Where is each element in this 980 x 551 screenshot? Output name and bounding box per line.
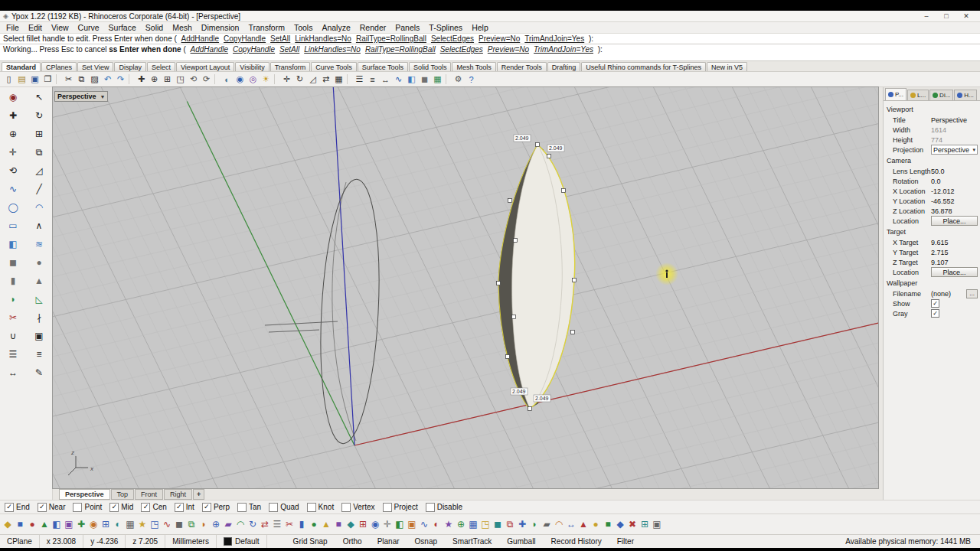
surface-tools-icon[interactable]: ◧ [405,73,418,86]
tool-icon[interactable]: ✚ [516,517,528,532]
tool-icon[interactable]: ▦ [467,517,479,532]
line-icon[interactable]: ╱ [28,181,51,197]
copy-clipboard-icon[interactable]: ⧉ [75,73,88,86]
toolbar-tab-curve-tools[interactable]: Curve Tools [311,62,356,71]
undo-view-icon[interactable]: ⟲ [187,73,200,86]
print-icon[interactable]: ❐ [41,73,54,86]
tool-icon[interactable]: ✚ [75,517,87,532]
tool-icon[interactable]: ▣ [406,517,418,532]
toolbar-tab-standard[interactable]: Standard [2,62,41,71]
toolbar-tab-visibility[interactable]: Visibility [235,62,269,71]
rectangle-icon[interactable]: ▭ [2,217,24,234]
tool-icon[interactable]: ∿ [418,517,430,532]
tool-icon[interactable]: ■ [602,517,614,532]
command-option-setall[interactable]: SetAll [279,45,299,54]
tool-icon[interactable]: ▲ [577,517,590,532]
status-millimeters[interactable]: Millimeters [165,535,217,548]
zoom-extents-icon[interactable]: ◳ [174,73,187,86]
sun-icon[interactable]: ☀ [260,73,273,86]
zoom-window-icon[interactable]: ⊞ [161,73,174,86]
fillet-icon[interactable]: ◗ [2,291,24,308]
tool-icon[interactable]: ◼ [492,517,504,532]
menu-mesh[interactable]: Mesh [168,23,197,32]
menu-panels[interactable]: Panels [390,23,424,32]
measure-icon[interactable]: ↔ [2,364,24,381]
join-icon[interactable]: ∪ [2,328,24,344]
control-point-handle[interactable] [547,155,551,158]
tool-icon[interactable]: ☰ [271,517,283,532]
menu-tools[interactable]: Tools [289,23,318,32]
command-option-selectedges[interactable]: SelectEdges [431,34,474,43]
perspective-viewport[interactable]: 2.0492.0492.0492.049zx Perspective ▼ [53,87,878,488]
viewport-tab-top[interactable]: Top [111,489,135,500]
osnap-tan[interactable]: Tan [237,503,261,512]
tool-icon[interactable]: ⧉ [185,517,198,532]
tool-icon[interactable]: ◗ [528,517,541,532]
cut-icon[interactable]: ✂ [62,73,75,86]
tool-icon[interactable]: ● [26,517,38,532]
control-point-handle[interactable] [562,189,566,193]
status-toggle-filter[interactable]: Filter [617,537,634,546]
panel-tab-display[interactable]: Di... [929,90,953,100]
osnap-mid[interactable]: ✓Mid [109,503,133,512]
menu-surface[interactable]: Surface [104,23,141,32]
move-icon[interactable]: ✛ [2,144,24,161]
location-place-button[interactable]: Place... [931,267,978,277]
pan-view-icon[interactable]: ✚ [135,73,148,86]
tool-icon[interactable]: ● [308,517,320,532]
maximize-button[interactable]: □ [940,12,952,20]
toolbar-tab-transform[interactable]: Transform [270,62,311,71]
rotate-view-icon[interactable]: ↻ [28,107,51,124]
save-file-icon[interactable]: ▣ [28,73,41,86]
menu-transform[interactable]: Transform [243,23,289,32]
command-option-preview-no[interactable]: Preview=No [488,45,529,54]
zoom-window-icon[interactable]: ⊞ [28,126,51,142]
zoom-dynamic-icon[interactable]: ⊕ [148,73,161,86]
tool-icon[interactable]: ◧ [51,517,63,532]
sphere-icon[interactable]: ● [28,254,51,271]
tool-icon[interactable]: ◳ [479,517,492,532]
menu-render[interactable]: Render [355,23,390,32]
tool-icon[interactable]: ⊞ [357,517,369,532]
tool-icon[interactable]: ◆ [2,517,14,532]
menu-analyze[interactable]: Analyze [317,23,354,32]
tool-icon[interactable]: ▲ [38,517,51,532]
redo-icon[interactable]: ↷ [114,73,127,86]
command-option-copyhandle[interactable]: CopyHandle [233,45,275,54]
osnap-perp[interactable]: ✓Perp [202,503,230,512]
control-point-handle[interactable] [528,407,532,411]
trim-icon[interactable]: ✂ [2,309,24,326]
viewport-title-dropdown[interactable]: Perspective ▼ [54,91,108,102]
cylinder-icon[interactable]: ▮ [2,272,24,289]
command-prompt-line[interactable]: Select fillet handle to edit. Press Ente… [0,34,980,44]
control-point-handle[interactable] [573,279,577,282]
command-history-line[interactable]: Working... Press Esc to cancel ss Enter … [0,44,980,61]
viewport-tab-front[interactable]: Front [135,489,163,500]
status-y-4-236[interactable]: y -4.236 [83,535,126,548]
command-option-railtype-rollingball[interactable]: RailType=RollingBall [356,34,426,43]
osnap-cen[interactable]: ✓Cen [141,503,166,512]
surface-icon[interactable]: ◧ [2,236,24,253]
solid-tools-icon[interactable]: ◼ [418,73,431,86]
viewport-3d-scene[interactable]: 2.0492.0492.0492.049zx [53,87,878,488]
osnap-knot[interactable]: Knot [307,503,335,512]
tool-icon[interactable]: ✖ [626,517,639,532]
active-fillet-handle-cursor[interactable] [655,262,678,285]
command-option-copyhandle[interactable]: CopyHandle [224,34,266,43]
tool-icon[interactable]: ⊕ [455,517,467,532]
status-toggle-ortho[interactable]: Ortho [343,537,362,546]
status-z-7-205[interactable]: z 7.205 [126,535,165,548]
tool-icon[interactable]: ◆ [614,517,626,532]
rendered-view-icon[interactable]: ◉ [234,73,247,86]
measure-icon[interactable]: ↔ [379,73,392,86]
new-file-icon[interactable]: ▯ [2,73,15,86]
command-option-linkhandles-no[interactable]: LinkHandles=No [295,34,351,43]
split-icon[interactable]: ∤ [28,309,51,326]
tool-icon[interactable]: ⊕ [210,517,222,532]
tool-icon[interactable]: ◆ [345,517,357,532]
new-viewport-tab[interactable]: + [193,489,204,500]
fillet-handle-label[interactable]: 2.049 [514,135,531,142]
osnap-int[interactable]: ✓Int [175,503,194,512]
fillet-handle-label[interactable]: 2.049 [511,388,528,395]
panel-tab-properties[interactable]: P... [885,88,906,100]
